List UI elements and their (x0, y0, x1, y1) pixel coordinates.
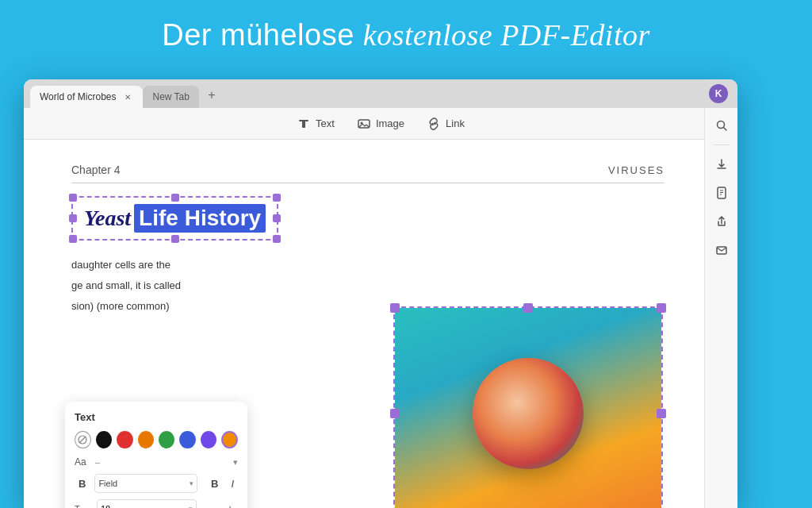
toolbar-link-label: Link (446, 117, 465, 129)
toolbar-text-label: Text (316, 117, 335, 129)
browser-window: World of Microbes ✕ New Tab + K Text (24, 79, 737, 508)
font-field-label: Field (98, 479, 117, 488)
text-icon (297, 117, 311, 131)
color-yellow[interactable] (221, 431, 238, 448)
image-inner (395, 308, 661, 508)
image-handle-tm[interactable] (523, 303, 533, 313)
selection-handle-ml[interactable] (69, 214, 77, 222)
image-handle-tr[interactable] (657, 303, 666, 313)
sphere-illustration (473, 358, 584, 469)
tab-close-button[interactable]: ✕ (122, 91, 133, 102)
toolbar: Text Image Link (24, 108, 737, 140)
pdf-sidebar-icon[interactable] (710, 182, 733, 204)
right-sidebar (704, 108, 737, 508)
toolbar-image-button[interactable]: Image (357, 117, 404, 131)
size-arrow: ▾ (189, 505, 193, 508)
profile-button[interactable]: K (709, 84, 728, 103)
size-increase-button[interactable]: + (222, 501, 238, 508)
image-handle-mr[interactable] (657, 409, 666, 418)
selection-handle-tr[interactable] (273, 194, 281, 202)
body-text-1: daughter cells are the (71, 256, 373, 274)
heading-life-history: Life History (134, 204, 266, 233)
tab-add-button[interactable]: + (202, 86, 221, 105)
color-orange[interactable] (138, 431, 154, 448)
bold-row: B Field ▾ B I (75, 474, 238, 493)
toolbar-image-label: Image (376, 117, 404, 129)
size-value: 18 (101, 504, 110, 508)
size-decrease-button[interactable]: − (201, 501, 217, 508)
download-sidebar-icon[interactable] (710, 153, 733, 175)
chapter-section: VIRUSES (608, 164, 665, 176)
svg-line-5 (723, 128, 726, 131)
font-label: Aa (75, 456, 90, 468)
tab-bar: World of Microbes ✕ New Tab + K (24, 79, 737, 108)
selection-handle-bl[interactable] (69, 235, 77, 243)
image-icon (357, 117, 371, 131)
selection-handle-mr[interactable] (273, 214, 281, 222)
color-green[interactable] (159, 431, 174, 448)
size-row: Tₓ 18 ▾ − + (75, 499, 238, 508)
svg-rect-1 (302, 120, 305, 128)
active-tab-label: World of Microbes (40, 91, 116, 102)
selection-handle-tl[interactable] (69, 194, 77, 202)
sidebar-divider-1 (714, 144, 730, 145)
size-select[interactable]: 18 ▾ (97, 499, 197, 508)
pdf-content: Chapter 4 VIRUSES Yeast Life History (24, 140, 704, 508)
selection-handle-br[interactable] (273, 235, 281, 243)
bold-format-button[interactable]: B (207, 476, 222, 491)
mail-sidebar-icon[interactable] (710, 239, 733, 261)
gradient-background (395, 308, 661, 508)
svg-line-12 (79, 437, 86, 443)
inactive-tab-label: New Tab (152, 91, 189, 102)
hero-title: Der mühelose kostenlose PDF-Editor (0, 17, 812, 52)
font-select[interactable]: Field ▾ (94, 474, 197, 493)
color-purple[interactable] (201, 431, 216, 448)
size-label: Tₓ (75, 504, 92, 509)
selection-handle-bm[interactable] (171, 235, 179, 243)
image-handle-ml[interactable] (390, 409, 400, 418)
color-row (75, 431, 238, 448)
image-selection (393, 306, 663, 508)
body-text-3: sion) (more common) (71, 298, 373, 315)
hero-title-italic: kostenlose PDF-Editor (363, 18, 650, 52)
chapter-header: Chapter 4 VIRUSES (71, 164, 665, 183)
selection-handle-tm[interactable] (171, 194, 179, 202)
heading-yeast: Yeast (84, 206, 131, 231)
tab-world-of-microbes[interactable]: World of Microbes ✕ (30, 86, 143, 108)
color-black[interactable] (96, 431, 112, 448)
hero-header: Der mühelose kostenlose PDF-Editor (0, 0, 812, 67)
image-handle-tl[interactable] (390, 303, 400, 313)
tab-new-tab[interactable]: New Tab (143, 86, 198, 108)
panel-title: Text (75, 411, 238, 423)
color-red[interactable] (117, 431, 132, 448)
share-sidebar-icon[interactable] (710, 210, 733, 233)
heading-selection: Yeast Life History (71, 196, 278, 241)
toolbar-text-button[interactable]: Text (297, 117, 335, 131)
body-text: daughter cells are the ge and small, it … (71, 256, 373, 315)
font-row: Aa – ▾ (75, 456, 238, 468)
text-panel: Text Aa – ▾ B (65, 402, 247, 508)
image-element[interactable] (393, 306, 663, 508)
font-dash: – (95, 457, 100, 467)
font-arrow: ▾ (233, 457, 238, 468)
italic-button[interactable]: I (227, 476, 238, 491)
hero-title-normal: Der mühelose (162, 18, 354, 52)
toolbar-link-button[interactable]: Link (427, 117, 465, 131)
bold-button[interactable]: B (75, 476, 90, 491)
color-blue[interactable] (179, 431, 195, 448)
link-icon (427, 117, 441, 131)
color-reset-button[interactable] (75, 431, 91, 448)
body-text-2: ge and small, it is called (71, 277, 373, 294)
heading-element[interactable]: Yeast Life History (71, 196, 278, 241)
chapter-label: Chapter 4 (71, 164, 120, 176)
font-select-arrow: ▾ (190, 479, 193, 487)
search-sidebar-icon[interactable] (710, 114, 733, 137)
